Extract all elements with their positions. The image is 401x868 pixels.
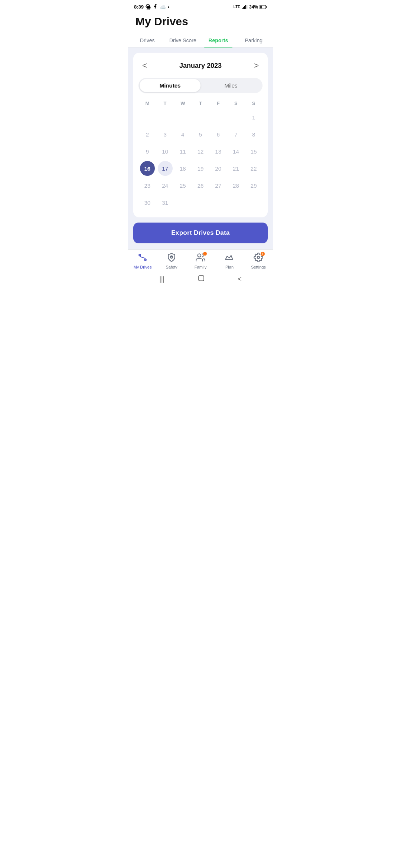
svg-rect-14	[199, 276, 204, 281]
export-button[interactable]: Export Drives Data	[133, 223, 268, 243]
page-title: My Drives	[136, 15, 265, 28]
svg-rect-4	[247, 5, 247, 9]
svg-rect-3	[245, 5, 246, 9]
header: My Drives	[128, 12, 273, 28]
calendar-day[interactable]: 5	[193, 127, 208, 142]
cloud-icon: ☁️	[160, 4, 166, 10]
status-bar: 8:39 🌦 ☁️ • LTE 34%	[128, 0, 273, 12]
svg-rect-2	[244, 6, 245, 9]
svg-rect-6	[266, 6, 267, 8]
calendar-month-year: January 2023	[179, 62, 222, 70]
svg-rect-7	[260, 6, 262, 8]
calendar-day[interactable]: 31	[158, 195, 173, 210]
route-icon	[138, 253, 147, 264]
android-home-button[interactable]	[198, 274, 205, 284]
nav-item-plan[interactable]: Plan	[215, 253, 244, 269]
weekday-t2: T	[192, 99, 209, 108]
status-right: LTE 34%	[234, 4, 267, 10]
family-notification-dot	[203, 251, 207, 256]
calendar-day[interactable]: 8	[246, 127, 261, 142]
calendar-day[interactable]: 20	[211, 161, 226, 176]
svg-point-12	[198, 254, 201, 257]
people-icon	[196, 253, 205, 264]
battery-icon	[260, 5, 267, 9]
calendar-day[interactable]: 12	[193, 144, 208, 159]
lte-label: LTE	[234, 5, 240, 9]
status-time: 8:39	[134, 4, 144, 10]
nav-label-family: Family	[195, 265, 206, 269]
prev-month-button[interactable]: <	[138, 59, 151, 72]
shield-icon	[167, 253, 176, 264]
calendar-day[interactable]: 1	[246, 110, 261, 125]
calendar-section: < January 2023 > Minutes Miles M T W T F…	[128, 47, 273, 249]
calendar-day[interactable]: 13	[211, 144, 226, 159]
svg-rect-1	[243, 7, 244, 9]
android-back-button[interactable]: <	[238, 275, 242, 283]
svg-point-13	[257, 256, 260, 259]
calendar-days: 1234567891011121314151617181920212223242…	[138, 109, 263, 211]
calendar-day[interactable]: 3	[158, 127, 173, 142]
gear-icon: !	[254, 253, 263, 264]
calendar-day	[158, 110, 173, 125]
calendar-day[interactable]: 6	[211, 127, 226, 142]
weekday-w: W	[174, 99, 192, 108]
next-month-button[interactable]: >	[250, 59, 263, 72]
tab-parking[interactable]: Parking	[236, 34, 272, 47]
calendar-header: < January 2023 >	[138, 59, 263, 72]
weekday-s2: S	[245, 99, 263, 108]
nav-label-settings: Settings	[251, 265, 266, 269]
calendar-day[interactable]: 29	[246, 178, 261, 193]
calendar-day[interactable]: 4	[175, 127, 190, 142]
weekday-m: M	[138, 99, 156, 108]
calendar-day[interactable]: 25	[175, 178, 190, 193]
toggle-minutes[interactable]: Minutes	[140, 79, 200, 92]
facebook-icon	[153, 4, 158, 10]
nav-item-settings[interactable]: ! Settings	[244, 253, 273, 269]
calendar-day[interactable]: 15	[246, 144, 261, 159]
calendar-day[interactable]: 2	[140, 127, 155, 142]
calendar-day	[211, 110, 226, 125]
tab-reports[interactable]: Reports	[200, 34, 236, 47]
nav-label-my-drives: My Drives	[134, 265, 152, 269]
tabs-container: Drives Drive Score Reports Parking	[128, 34, 273, 47]
calendar-day[interactable]: 19	[193, 161, 208, 176]
calendar-day[interactable]: 18	[175, 161, 190, 176]
weekday-t1: T	[156, 99, 174, 108]
toggle-miles[interactable]: Miles	[200, 79, 261, 92]
calendar-day[interactable]: 26	[193, 178, 208, 193]
calendar-day	[193, 110, 208, 125]
calendar-day[interactable]: 22	[246, 161, 261, 176]
nav-item-my-drives[interactable]: My Drives	[128, 253, 157, 269]
svg-rect-0	[242, 8, 242, 9]
nav-item-family[interactable]: Family	[186, 253, 215, 269]
dot-indicator: •	[168, 4, 170, 10]
nav-label-plan: Plan	[225, 265, 234, 269]
zen-icon: 🌦	[146, 4, 151, 10]
android-nav: ||| <	[128, 271, 273, 289]
battery-percentage: 34%	[249, 4, 258, 10]
calendar-day[interactable]: 23	[140, 178, 155, 193]
nav-item-safety[interactable]: Safety	[157, 253, 186, 269]
calendar-day[interactable]: 10	[158, 144, 173, 159]
calendar-day[interactable]: 11	[175, 144, 190, 159]
status-left: 8:39 🌦 ☁️ •	[134, 4, 170, 10]
tab-drives[interactable]: Drives	[130, 34, 165, 47]
calendar-day[interactable]: 14	[228, 144, 243, 159]
calendar-day[interactable]: 9	[140, 144, 155, 159]
nav-label-safety: Safety	[166, 265, 177, 269]
calendar-day[interactable]: 7	[228, 127, 243, 142]
calendar-day[interactable]: 24	[158, 178, 173, 193]
tab-drive-score[interactable]: Drive Score	[165, 34, 201, 47]
calendar-card: < January 2023 > Minutes Miles M T W T F…	[133, 53, 268, 217]
calendar-day[interactable]: 28	[228, 178, 243, 193]
calendar-grid: M T W T F S S 12345678910111213141516171…	[138, 99, 263, 211]
calendar-weekdays: M T W T F S S	[138, 99, 263, 108]
calendar-day[interactable]: 30	[140, 195, 155, 210]
calendar-day	[140, 110, 155, 125]
settings-warning-dot: !	[260, 251, 265, 256]
calendar-day[interactable]: 17	[158, 161, 173, 176]
calendar-day[interactable]: 16	[140, 161, 155, 176]
android-menu-button[interactable]: |||	[159, 275, 164, 283]
calendar-day[interactable]: 27	[211, 178, 226, 193]
calendar-day[interactable]: 21	[228, 161, 243, 176]
